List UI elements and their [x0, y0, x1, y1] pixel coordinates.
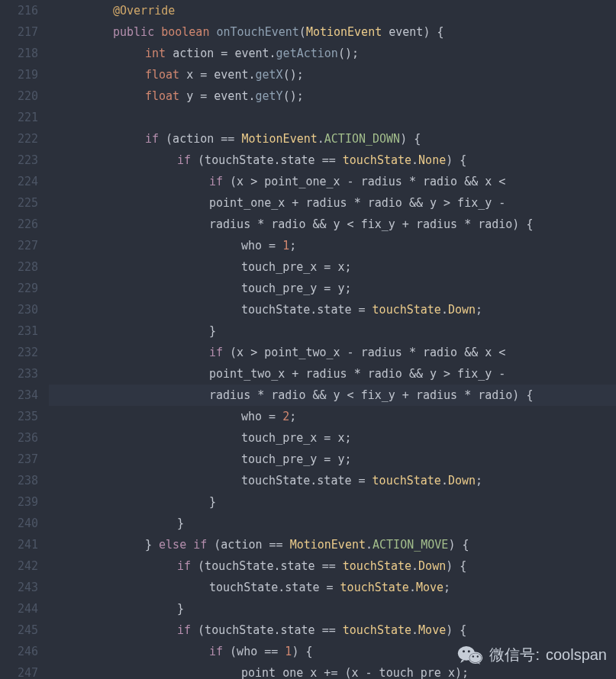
code-line[interactable]: public boolean onTouchEvent(MotionEvent … [49, 21, 616, 43]
token-type: boolean [161, 25, 216, 39]
line-number: 236 [6, 427, 38, 449]
line-number: 220 [6, 85, 38, 107]
line-number: 235 [6, 406, 38, 427]
token-var: (action == [166, 132, 241, 146]
code-line[interactable]: } [49, 491, 616, 513]
token-type: float [145, 89, 186, 103]
token-type: float [145, 68, 186, 82]
code-line[interactable]: touchState.state = touchState.Move; [49, 577, 616, 598]
token-punc: ; [443, 581, 450, 594]
token-var: radius * radio && y < fix_y + radius * r… [209, 217, 533, 231]
svg-point-4 [463, 650, 465, 652]
code-line[interactable]: touch_pre_y = y; [49, 449, 616, 470]
code-line[interactable]: if (touchState.state == touchState.Down)… [49, 555, 616, 577]
token-var: point_one_x += (x - touch_pre_x); [241, 666, 469, 679]
line-number: 227 [6, 235, 38, 256]
token-keyword: else if [159, 538, 214, 552]
wechat-icon [457, 644, 483, 665]
token-var: touchState.state = [241, 303, 373, 317]
token-punc: } [177, 602, 184, 616]
svg-point-3 [470, 653, 482, 662]
code-line[interactable]: float y = event.getY(); [49, 85, 616, 107]
code-area[interactable]: @Overridepublic boolean onTouchEvent(Mot… [49, 0, 616, 679]
code-line[interactable]: touch_pre_y = y; [49, 278, 616, 299]
line-number: 225 [6, 192, 38, 214]
token-method: onTouchEvent [216, 25, 298, 39]
token-annot: @Override [113, 4, 175, 18]
line-number: 245 [6, 619, 38, 641]
code-line[interactable]: @Override [49, 0, 616, 21]
code-line[interactable]: who = 2; [49, 406, 616, 427]
code-line[interactable]: } [49, 598, 616, 619]
token-punc: . [441, 303, 448, 317]
token-punc: (); [283, 68, 304, 82]
token-punc: ) { [446, 153, 466, 167]
code-line[interactable]: touchState.state = touchState.Down; [49, 470, 616, 491]
token-keyword: if [209, 645, 230, 658]
token-class: MotionEvent [306, 25, 382, 39]
token-var: touch_pre_x = x; [241, 260, 352, 274]
line-number: 239 [6, 491, 38, 513]
token-num: 2 [282, 410, 289, 423]
token-var: touchState.state = [241, 474, 373, 488]
token-var: (touchState.state == [198, 153, 343, 167]
token-var: (touchState.state == [198, 623, 343, 637]
svg-point-7 [477, 655, 479, 657]
code-line[interactable]: if (touchState.state == touchState.Move)… [49, 619, 616, 641]
code-line[interactable]: who = 1; [49, 235, 616, 256]
token-class: MotionEvent [241, 132, 317, 146]
token-punc: ) { [446, 623, 466, 637]
code-line[interactable]: radius * radio && y < fix_y + radius * r… [49, 385, 616, 406]
token-var: (x > point_two_x - radius * radio && x < [230, 346, 505, 359]
line-number: 226 [6, 214, 38, 235]
code-line[interactable]: touch_pre_x = x; [49, 256, 616, 278]
code-line[interactable]: touchState.state = touchState.Down; [49, 299, 616, 320]
code-line[interactable]: if (action == MotionEvent.ACTION_DOWN) { [49, 128, 616, 150]
token-keyword: if [177, 153, 198, 167]
code-line[interactable]: if (touchState.state == touchState.None)… [49, 150, 616, 171]
token-punc: . [318, 132, 324, 146]
token-punc: (); [338, 47, 359, 60]
code-line[interactable]: } [49, 513, 616, 534]
token-ident: touchState [373, 303, 441, 317]
code-line[interactable]: radius * radio && y < fix_y + radius * r… [49, 214, 616, 235]
line-number: 221 [6, 107, 38, 128]
token-keyword: public [113, 25, 161, 39]
token-punc: . [409, 581, 416, 594]
code-line[interactable]: if (x > point_one_x - radius * radio && … [49, 171, 616, 192]
code-line[interactable]: point_two_x + radius * radio && y > fix_… [49, 363, 616, 385]
line-number: 234 [6, 385, 38, 406]
code-line[interactable]: } else if (action == MotionEvent.ACTION_… [49, 534, 616, 555]
token-method: getY [256, 89, 283, 103]
token-var: who = [241, 239, 282, 253]
token-punc: ; [476, 303, 482, 317]
svg-point-6 [472, 655, 474, 657]
token-ident: touchState [373, 474, 441, 488]
code-line[interactable] [49, 107, 616, 128]
token-var: x = event. [186, 68, 255, 82]
code-line[interactable]: point_one_x + radius * radio && y > fix_… [49, 192, 616, 214]
code-editor[interactable]: 2162172182192202212222232242252262272282… [0, 0, 616, 679]
token-var: touch_pre_y = y; [241, 452, 352, 466]
code-line[interactable]: } [49, 320, 616, 342]
token-punc: . [411, 559, 418, 573]
token-keyword: if [209, 346, 230, 359]
token-punc: ) { [292, 645, 312, 658]
code-line[interactable]: if (x > point_two_x - radius * radio && … [49, 342, 616, 363]
token-keyword: if [145, 132, 166, 146]
token-keyword: if [209, 175, 230, 188]
code-line[interactable]: int action = event.getAction(); [49, 43, 616, 64]
line-number: 216 [6, 0, 38, 21]
code-line[interactable]: float x = event.getX(); [49, 64, 616, 85]
line-number: 247 [6, 662, 38, 679]
line-number: 222 [6, 128, 38, 150]
line-number: 240 [6, 513, 38, 534]
code-line[interactable]: touch_pre_x = x; [49, 427, 616, 449]
token-var: point_one_x + radius * radio && y > fix_… [209, 196, 505, 210]
token-ident: touchState [340, 581, 409, 594]
token-punc: } [209, 324, 216, 338]
line-number-gutter: 2162172182192202212222232242252262272282… [0, 0, 49, 679]
token-var: (touchState.state == [198, 559, 343, 573]
line-number: 217 [6, 21, 38, 43]
token-punc: ; [289, 239, 296, 253]
